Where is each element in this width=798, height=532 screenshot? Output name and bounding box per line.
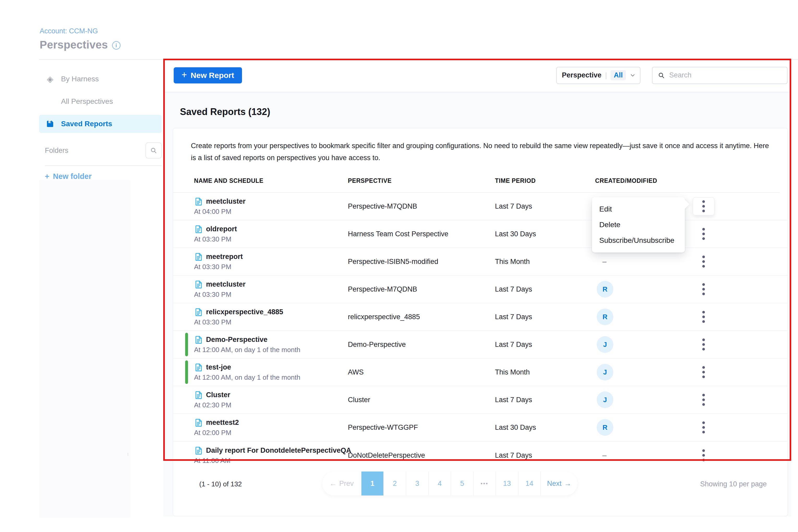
pagination-page-14[interactable]: 14 <box>518 472 541 495</box>
table-row[interactable]: test-joe At 12:00 AM, on day 1 of the mo… <box>173 359 787 386</box>
report-document-icon <box>194 418 203 427</box>
report-schedule: At 12:00 AM, on day 1 of the month <box>194 374 348 382</box>
folder-search-button[interactable] <box>146 142 162 158</box>
report-name: test-joe <box>206 363 231 372</box>
table-row[interactable]: Daily report For DonotdeletePerspectiveQ… <box>173 441 787 469</box>
time-period-cell: Last 7 Days <box>495 396 595 404</box>
context-menu-item-edit[interactable]: Edit <box>592 201 685 217</box>
search-input[interactable] <box>669 71 782 79</box>
pagination-bar: (1 - 10) of 132 ←Prev12345•••1314Next→ S… <box>173 472 787 496</box>
name-and-schedule-cell: Cluster At 02:30 PM <box>194 391 348 409</box>
table-row[interactable]: Demo-Perspective At 12:00 AM, on day 1 o… <box>173 331 787 359</box>
active-schedule-indicator <box>185 333 188 356</box>
pagination-page-5[interactable]: 5 <box>451 472 474 495</box>
report-name: Daily report For DonotdeletePerspectiveQ… <box>206 446 351 455</box>
table-header-row: NAME AND SCHEDULE PERSPECTIVE TIME PERIO… <box>194 177 780 184</box>
pagination-page-13[interactable]: 13 <box>496 472 518 495</box>
perspective-cell: Perspective-M7QDNB <box>348 202 495 210</box>
sidebar-item-label: All Perspectives <box>61 97 113 106</box>
actions-cell <box>686 335 787 354</box>
folders-row: Folders <box>45 142 162 158</box>
panel-resize-handle[interactable]: ⁝ <box>127 453 130 459</box>
kebab-icon <box>702 366 705 378</box>
report-name: Cluster <box>206 391 230 399</box>
perspective-filter-dropdown[interactable]: Perspective | All <box>556 67 641 84</box>
created-modified-cell: R <box>595 308 686 325</box>
table-row[interactable]: meetreport At 03:30 PM Perspective-ISIBN… <box>173 248 787 276</box>
sidebar-item-saved-reports[interactable]: Saved Reports <box>39 115 162 133</box>
table-row[interactable]: meetcluster At 03:30 PM Perspective-M7QD… <box>173 276 787 303</box>
table-row[interactable]: Cluster At 02:30 PM Cluster Last 7 Days … <box>173 386 787 414</box>
report-schedule: At 03:30 PM <box>194 290 348 299</box>
actions-cell <box>686 197 787 215</box>
report-schedule: At 03:30 PM <box>194 235 348 243</box>
account-breadcrumb-link[interactable]: Account: CCM-NG <box>40 27 98 35</box>
pagination-page-4[interactable]: 4 <box>429 472 451 495</box>
table-row[interactable]: relicxperspective_4885 At 03:30 PM relic… <box>173 303 787 331</box>
row-menu-button[interactable] <box>692 363 715 381</box>
actions-cell <box>686 308 787 326</box>
folders-label: Folders <box>45 147 68 155</box>
context-menu-item-delete[interactable]: Delete <box>592 217 685 233</box>
new-folder-button[interactable]: + New folder <box>45 172 162 181</box>
created-empty-dash: – <box>603 451 607 459</box>
time-period-cell: This Month <box>495 368 595 376</box>
sidebar-item-label: By Harness <box>61 75 99 83</box>
row-menu-button[interactable] <box>692 252 715 271</box>
kebab-icon <box>702 283 705 295</box>
pager: ←Prev12345•••1314Next→ <box>322 472 577 495</box>
time-period-cell: Last 7 Days <box>495 313 595 321</box>
column-header-time-period: TIME PERIOD <box>495 177 595 184</box>
report-name: meetcluster <box>206 197 246 206</box>
report-document-icon <box>194 335 203 344</box>
name-and-schedule-cell: oldreport At 03:30 PM <box>194 225 348 243</box>
created-modified-cell: J <box>595 364 686 380</box>
created-modified-cell: J <box>595 392 686 408</box>
new-report-button[interactable]: + New Report <box>174 67 242 83</box>
saved-reports-card: Create reports from your perspectives to… <box>173 128 788 516</box>
pagination-page-1[interactable]: 1 <box>361 472 384 495</box>
row-menu-button[interactable] <box>692 225 715 243</box>
row-menu-button[interactable] <box>692 197 715 215</box>
pagination-next-button[interactable]: Next→ <box>541 472 577 495</box>
creator-avatar: R <box>597 281 613 298</box>
pagination-page-3[interactable]: 3 <box>406 472 429 495</box>
report-document-icon <box>194 363 203 372</box>
kebab-icon <box>702 311 705 323</box>
time-period-cell: Last 7 Days <box>495 202 595 210</box>
table-row[interactable]: meetcluster At 04:00 PM Perspective-M7QD… <box>173 193 787 220</box>
kebab-icon <box>702 421 705 433</box>
pagination-prev-button[interactable]: ←Prev <box>322 472 361 495</box>
saved-reports-heading: Saved Reports (132) <box>180 107 270 117</box>
report-document-icon <box>194 280 203 289</box>
chevron-down-icon <box>629 72 636 78</box>
name-and-schedule-cell: meetreport At 03:30 PM <box>194 252 348 271</box>
report-document-icon <box>194 252 203 261</box>
row-menu-button[interactable] <box>692 446 715 464</box>
kebab-icon <box>702 449 705 461</box>
perspectives-page: Account: CCM-NG Perspectives i ◈ By Harn… <box>0 0 798 532</box>
search-icon <box>658 72 665 79</box>
row-menu-button[interactable] <box>692 418 715 437</box>
arrow-right-icon: → <box>564 480 571 488</box>
report-schedule: At 02:00 PM <box>194 429 348 437</box>
name-and-schedule-cell: meettest2 At 02:00 PM <box>194 418 348 437</box>
time-period-cell: This Month <box>495 258 595 266</box>
row-menu-button[interactable] <box>692 280 715 298</box>
sidebar-item-by-harness[interactable]: ◈ By Harness <box>39 70 162 88</box>
perspective-cell: relicxperspective_4885 <box>348 313 495 321</box>
time-period-cell: Last 30 Days <box>495 230 595 238</box>
sidebar-item-all-perspectives[interactable]: All Perspectives <box>39 92 162 111</box>
info-icon[interactable]: i <box>112 41 120 50</box>
table-row[interactable]: oldreport At 03:30 PM Harness Team Cost … <box>173 220 787 248</box>
sidebar-item-label: Saved Reports <box>61 120 112 128</box>
row-menu-button[interactable] <box>692 308 715 326</box>
time-period-cell: Last 7 Days <box>495 451 595 459</box>
perspective-cell: DoNotDeletePerspective <box>348 451 495 459</box>
row-menu-button[interactable] <box>692 335 715 354</box>
context-menu-item-subscribe-unsubscribe[interactable]: Subscribe/Unsubscribe <box>592 233 685 248</box>
row-menu-button[interactable] <box>692 391 715 409</box>
pagination-page-2[interactable]: 2 <box>384 472 406 495</box>
table-row[interactable]: meettest2 At 02:00 PM Perspective-WTGGPF… <box>173 414 787 441</box>
actions-cell <box>686 418 787 437</box>
